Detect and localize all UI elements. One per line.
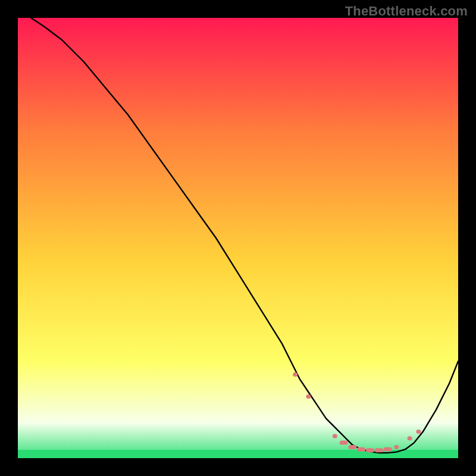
curve-marker [333, 434, 337, 439]
baseline-green-strip [18, 450, 458, 458]
curve-marker [340, 441, 348, 445]
curve-marker [408, 436, 412, 440]
chart-stage: TheBottleneck.com [0, 0, 476, 476]
gradient-background [18, 18, 458, 458]
curve-marker [394, 445, 399, 449]
watermark-text: TheBottleneck.com [345, 4, 468, 19]
curve-marker [348, 445, 356, 449]
curve-marker [293, 372, 298, 377]
plot-area [18, 18, 458, 458]
curve-marker [416, 430, 421, 434]
curve-marker [366, 448, 374, 452]
plot-svg [18, 18, 458, 458]
curve-marker [384, 447, 392, 452]
curve-marker [306, 394, 311, 399]
curve-marker [375, 448, 383, 452]
curve-marker [357, 447, 365, 452]
